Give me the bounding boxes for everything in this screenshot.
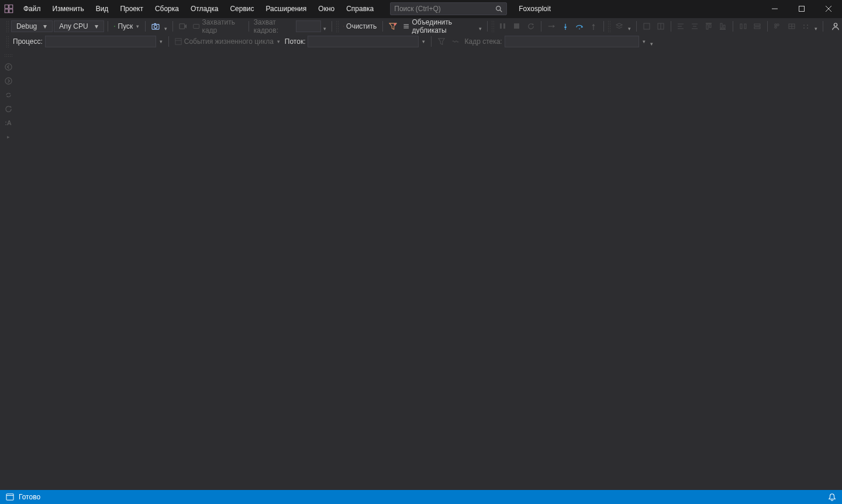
- menu-build[interactable]: Сборка: [149, 0, 185, 18]
- svg-rect-33: [644, 23, 650, 29]
- separator: [487, 21, 488, 32]
- align-top-button[interactable]: [702, 20, 715, 33]
- step-next-button[interactable]: [545, 20, 558, 33]
- layout-icon-2[interactable]: [654, 20, 667, 33]
- platform-combo[interactable]: Any CPU ▾: [54, 20, 104, 32]
- svg-rect-12: [194, 24, 199, 28]
- stack-icon-1[interactable]: [613, 20, 626, 33]
- thread-combo[interactable]: [308, 36, 419, 47]
- align-bottom-button[interactable]: [716, 20, 729, 33]
- text-icon[interactable]: :A: [4, 118, 13, 127]
- chevron-down-icon[interactable]: ▾: [157, 39, 165, 44]
- menu-extensions[interactable]: Расширения: [260, 0, 313, 18]
- clear-button[interactable]: Очистить: [341, 20, 379, 33]
- chevron-down-icon[interactable]: ▾: [420, 39, 427, 44]
- chevron-down-icon[interactable]: ▾: [640, 39, 648, 44]
- restart-button[interactable]: [524, 20, 537, 33]
- menu-project[interactable]: Проект: [114, 0, 149, 18]
- svg-rect-3: [799, 6, 805, 12]
- step-into-button[interactable]: [559, 20, 572, 33]
- refresh-icon[interactable]: [4, 104, 13, 113]
- toolbar-grip-icon[interactable]: [336, 20, 339, 32]
- toolbar-grip-icon[interactable]: [6, 36, 9, 47]
- threads-icon[interactable]: [449, 35, 462, 48]
- quick-search-input[interactable]: [394, 5, 495, 13]
- svg-marker-65: [9, 92, 11, 94]
- filter-button[interactable]: [387, 20, 399, 33]
- menu-help[interactable]: Справка: [340, 0, 379, 18]
- grid-icon-1[interactable]: [771, 20, 784, 33]
- nav-forward-icon[interactable]: [4, 76, 13, 85]
- editor-area: [16, 50, 842, 490]
- svg-point-0: [496, 6, 501, 10]
- config-combo[interactable]: Debug ▾: [11, 20, 53, 32]
- align-left-button[interactable]: [674, 20, 687, 33]
- separator: [431, 36, 432, 47]
- chevron-down-icon[interactable]: ▾: [478, 21, 484, 32]
- svg-rect-44: [709, 25, 711, 27]
- toolbar-grip-icon[interactable]: [6, 20, 9, 32]
- capture-frame-button[interactable]: Захватить кадр: [191, 20, 245, 33]
- stop-button[interactable]: [510, 20, 523, 33]
- stackframe-combo[interactable]: [505, 36, 639, 47]
- menu-window[interactable]: Окно: [312, 0, 340, 18]
- toolbar-grip-icon[interactable]: [4, 54, 12, 57]
- frames-label: Захват кадров:: [254, 18, 294, 34]
- step-out-button[interactable]: [587, 20, 600, 33]
- separator: [249, 21, 249, 32]
- sync-icon[interactable]: [4, 90, 13, 99]
- chevron-right-icon[interactable]: ▸: [4, 132, 13, 141]
- close-button[interactable]: [815, 0, 842, 18]
- solution-name: Foxosploit: [519, 5, 551, 13]
- chevron-down-icon[interactable]: ▾: [627, 21, 633, 32]
- bell-icon[interactable]: [828, 493, 836, 501]
- svg-point-32: [593, 29, 594, 30]
- chevron-down-icon[interactable]: ▾: [322, 21, 328, 32]
- step-over-button[interactable]: [573, 20, 586, 33]
- svg-marker-27: [564, 26, 567, 28]
- svg-rect-50: [754, 24, 760, 26]
- capture-frame-label: Захватить кадр: [202, 18, 243, 34]
- menu-service[interactable]: Сервис: [224, 0, 260, 18]
- merge-duplicates-button[interactable]: Объединить дубликаты: [401, 20, 477, 33]
- process-label: Процесс:: [13, 37, 43, 46]
- lifecycle-button[interactable]: События жизненного цикла ▾: [172, 35, 282, 48]
- start-debug-button[interactable]: Пуск ▾: [112, 20, 142, 33]
- menu-view[interactable]: Вид: [90, 0, 115, 18]
- separator: [823, 21, 823, 32]
- merge-label: Объединить дубликаты: [412, 18, 475, 34]
- frames-input[interactable]: [296, 20, 321, 32]
- svg-point-56: [807, 25, 808, 26]
- layout-icon-1[interactable]: [640, 20, 653, 33]
- distribute-v-button[interactable]: [751, 20, 764, 33]
- funnel-button[interactable]: [435, 35, 448, 48]
- process-combo[interactable]: [45, 36, 156, 47]
- menu-debug[interactable]: Отладка: [185, 0, 224, 18]
- output-icon[interactable]: [6, 493, 14, 500]
- separator: [671, 21, 671, 32]
- align-center-button[interactable]: [688, 20, 701, 33]
- nav-back-icon[interactable]: [4, 62, 13, 71]
- grid-icon-2[interactable]: [785, 20, 798, 33]
- menu-file[interactable]: Файл: [18, 0, 47, 18]
- maximize-button[interactable]: [788, 0, 815, 18]
- record-button[interactable]: [177, 20, 189, 33]
- distribute-h-button[interactable]: [737, 20, 750, 33]
- chevron-down-icon[interactable]: ▾: [813, 21, 819, 32]
- platform-value: Any CPU: [59, 22, 88, 30]
- chevron-down-icon[interactable]: ▾: [163, 21, 169, 32]
- toolbar-grip-icon[interactable]: [608, 20, 610, 32]
- statusbar: Готово: [0, 490, 842, 504]
- grid-icon-3[interactable]: [799, 20, 812, 33]
- minimize-button[interactable]: [761, 0, 788, 18]
- user-button[interactable]: [829, 20, 842, 33]
- camera-button[interactable]: [149, 20, 162, 33]
- pause-button[interactable]: [496, 20, 509, 33]
- menu-edit[interactable]: Изменить: [47, 0, 90, 18]
- chevron-down-icon[interactable]: ▾: [649, 36, 656, 47]
- svg-rect-68: [6, 494, 13, 500]
- quick-search[interactable]: [390, 2, 507, 15]
- search-icon: [495, 5, 503, 13]
- toolbar-secondary: Процесс: ▾ События жизненного цикла ▾ По…: [0, 34, 842, 50]
- toolbar-grip-icon[interactable]: [491, 20, 494, 32]
